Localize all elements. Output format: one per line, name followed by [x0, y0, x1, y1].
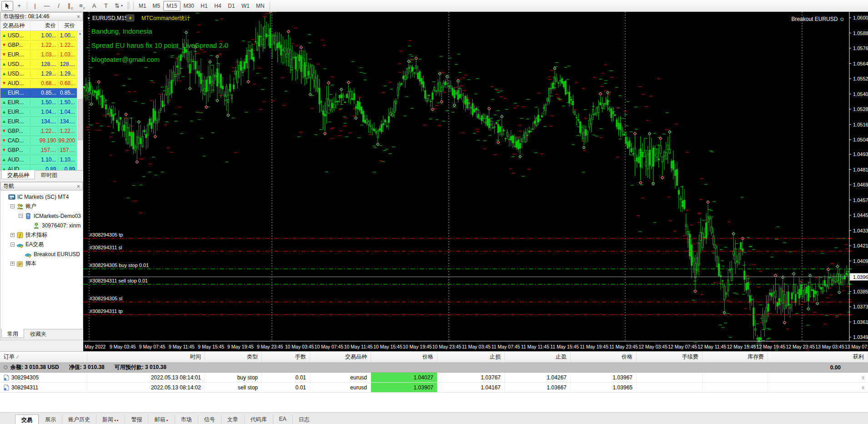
terminal-tab-交易[interactable]: 交易 — [15, 414, 39, 424]
orders-column-6[interactable]: 止损 — [437, 352, 505, 362]
navigator-tab-common[interactable]: 常用 — [1, 329, 24, 338]
navigator-item--[interactable]: +脚本 — [0, 259, 83, 268]
market-watch-row[interactable]: ▲USD...1.00...1.00... — [0, 31, 77, 40]
market-watch-tab-tick-chart[interactable]: 即时图 — [35, 171, 63, 180]
column-ask[interactable]: 买价 — [59, 21, 77, 30]
script-icon — [16, 260, 24, 268]
timeframe-h4-button[interactable]: H4 — [211, 1, 225, 11]
symbol-dropdown-icon[interactable]: ▼ — [87, 16, 90, 20]
collapse-icon[interactable]: − — [10, 204, 15, 208]
market-watch-row[interactable]: ▲EUR...0.85...0.85... — [0, 88, 77, 98]
market-watch-row[interactable]: ▼CAD...99.19099.200 — [0, 136, 77, 146]
terminal-tab-代码库[interactable]: 代码库 — [244, 414, 273, 424]
order-line-label[interactable]: #308294305 buy stop 0.01 — [90, 262, 149, 268]
terminal-tab-警报[interactable]: 警报 — [125, 414, 148, 424]
terminal-tab-展示[interactable]: 展示 — [39, 414, 62, 424]
expand-icon[interactable]: + — [10, 233, 15, 237]
navigator-item-30976407-xinm[interactable]: 30976407: xinm — [0, 221, 83, 230]
text-tool-icon[interactable]: A — [88, 1, 100, 11]
market-watch-row[interactable]: ▼AUD...0.68...0.68... — [0, 79, 77, 88]
add-indicator-plus-icon[interactable]: + — [129, 15, 132, 21]
terminal-tab-信号[interactable]: 信号 — [198, 414, 221, 424]
server-icon — [8, 193, 15, 201]
timeframe-d1-button[interactable]: D1 — [225, 1, 238, 11]
horizontal-line-tool-icon[interactable]: — — [41, 1, 53, 11]
column-symbol[interactable]: 交易品种 — [0, 21, 30, 30]
collapse-icon[interactable]: − — [19, 214, 23, 218]
order-line-label[interactable]: #308294311 sell stop 0.01 — [90, 278, 148, 283]
timeframe-w1-button[interactable]: W1 — [238, 1, 253, 11]
timeframe-m1-button[interactable]: M1 — [135, 1, 150, 11]
market-watch-row[interactable]: ▲EUR...1.50...1.50... — [0, 98, 77, 107]
order-line-label[interactable]: #308294311 sl — [90, 245, 122, 250]
terminal-tab-ea[interactable]: EA — [273, 414, 292, 424]
market-watch-row[interactable]: ▲USD...128....128.... — [0, 60, 77, 69]
timeframe-mn-button[interactable]: MN — [253, 1, 268, 11]
orders-column-7[interactable]: 止盈 — [505, 352, 571, 362]
cursor-tool-icon[interactable] — [1, 1, 13, 11]
navigator-close-icon[interactable]: × — [77, 184, 80, 189]
column-bid[interactable]: 卖价 — [30, 21, 59, 30]
market-watch-row[interactable]: ▼GBP...1.22...1.22... — [0, 126, 77, 136]
order-row[interactable]: 3082943112022.05.13 08:14:02sell stop0.0… — [0, 383, 868, 393]
timeframe-m30-button[interactable]: M30 — [181, 1, 197, 11]
terminal-tab-账户历史[interactable]: 账户历史 — [62, 414, 96, 424]
order-line-label[interactable]: #308294305 tp — [90, 232, 123, 237]
indicator-tab-label[interactable]: MTCommander统计 — [141, 15, 190, 21]
navigator-item-ea-[interactable]: −EA交易 — [0, 240, 83, 249]
orders-column-5[interactable]: 价格 — [371, 352, 437, 362]
orders-column-4[interactable]: 交易品种 — [310, 352, 371, 362]
market-watch-row[interactable]: ▲AUD...1.10...1.10... — [0, 155, 77, 165]
timeframe-m15-button[interactable]: M15 — [163, 1, 180, 11]
crosshair-tool-icon[interactable]: + — [13, 1, 25, 11]
terminal-tab-市场[interactable]: 市场 — [175, 414, 198, 424]
order-row[interactable]: 3082943052022.05.13 08:14:01buy stop0.01… — [0, 373, 868, 383]
orders-column-3[interactable]: 手数 — [262, 352, 310, 362]
order-sl: 1.03767 — [437, 373, 505, 382]
terminal-tab-日志[interactable]: 日志 — [292, 414, 316, 424]
orders-column-10[interactable]: 库存费 — [702, 352, 768, 362]
text-label-tool-icon[interactable]: T — [100, 1, 112, 11]
timeframe-m5-button[interactable]: M5 — [150, 1, 164, 11]
terminal-tab-新闻[interactable]: 新闻●● — [96, 414, 125, 424]
time-axis[interactable]: 6 May 20229 May 03:459 May 07:459 May 11… — [83, 344, 868, 349]
navigator-item-ic-markets-sc-mt4[interactable]: IC Markets (SC) MT4 — [0, 192, 83, 202]
navigator-item-icmarkets-demo03[interactable]: −ICMarkets-Demo03 — [0, 211, 83, 221]
terminal-tab-邮箱[interactable]: 邮箱● — [148, 414, 174, 424]
market-watch-row[interactable]: ▲EUR...134....134.... — [0, 117, 77, 126]
orders-column-0[interactable]: 订单∕ — [0, 352, 87, 362]
market-watch-tab-symbols[interactable]: 交易品种 — [1, 170, 35, 179]
order-line-label[interactable]: #308294305 sl — [90, 296, 122, 301]
collapse-icon[interactable]: − — [10, 242, 15, 247]
market-watch-row[interactable]: ▼EUR...1.03...1.03... — [0, 50, 77, 60]
vertical-line-tool-icon[interactable]: | — [29, 1, 41, 11]
orders-column-1[interactable]: 时间 — [87, 352, 205, 362]
trendline-tool-icon[interactable]: / — [53, 1, 65, 11]
navigator-item-breakout-eurusd[interactable]: Breakout EURUSD — [0, 249, 83, 259]
market-watch-close-icon[interactable]: × — [77, 15, 80, 19]
market-watch-scrollbar[interactable]: ▲ ▼ — [77, 31, 83, 180]
timeframe-h1-button[interactable]: H1 — [197, 1, 211, 11]
scroll-up-icon[interactable]: ▲ — [79, 31, 82, 36]
market-watch-row[interactable]: ▲USD...1.29...1.29... — [0, 69, 77, 79]
delete-order-button[interactable]: x — [768, 383, 868, 392]
navigator-item--[interactable]: −账户 — [0, 202, 83, 211]
scroll-thumb[interactable] — [78, 99, 83, 140]
orders-column-9[interactable]: 手续费 — [637, 352, 702, 362]
arrows-tool-icon[interactable]: ⇅▾ — [112, 1, 125, 11]
expand-icon[interactable]: + — [10, 262, 15, 266]
orders-column-11[interactable]: 获利 — [768, 352, 868, 362]
navigator-item--[interactable]: +f技术指标 — [0, 230, 83, 240]
order-line-label[interactable]: #308294311 tp — [90, 308, 123, 314]
orders-column-2[interactable]: 类型 — [205, 352, 262, 362]
fibonacci-tool-icon[interactable]: ≡F — [76, 1, 88, 11]
equidistant-channel-tool-icon[interactable]: ∥E — [65, 1, 76, 11]
market-watch-row[interactable]: ▲EUR...1.04...1.04... — [0, 107, 77, 117]
navigator-tab-favorites[interactable]: 收藏夹 — [24, 329, 52, 338]
market-watch-row[interactable]: ▼GBP...1.22...1.22... — [0, 40, 77, 50]
chart-area[interactable]: #308294305 tp#308294311 sl#308294305 buy… — [83, 12, 868, 351]
terminal-tab-文章[interactable]: 文章 — [221, 414, 244, 424]
market-watch-row[interactable]: ▼GBP...157....157.... — [0, 146, 77, 155]
orders-column-8[interactable]: 价格 — [571, 352, 637, 362]
delete-order-button[interactable]: x — [768, 373, 868, 382]
